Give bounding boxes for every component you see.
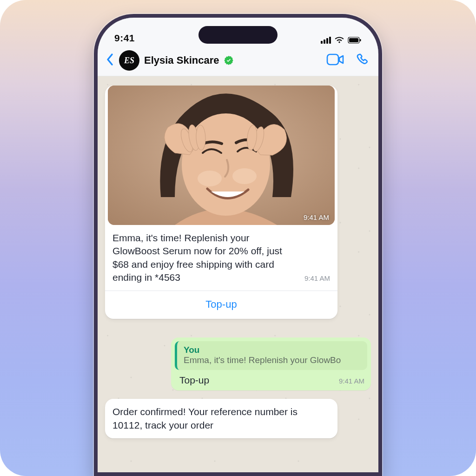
incoming-message[interactable]: Order confirmed! Your reference number i… bbox=[105, 399, 337, 438]
image-timestamp: 9:41 AM bbox=[304, 213, 329, 221]
skincare-model-illustration bbox=[108, 86, 335, 225]
video-call-button[interactable] bbox=[326, 53, 344, 67]
status-time: 9:41 bbox=[114, 33, 135, 44]
verified-badge-icon bbox=[224, 55, 234, 66]
chat-body[interactable]: 9:41 AM Emma, it's time! Replenish your … bbox=[98, 76, 378, 472]
contact-avatar[interactable]: ES bbox=[119, 50, 139, 71]
chat-header: ES Elysia Skincare bbox=[98, 45, 378, 76]
topup-button[interactable]: Top-up bbox=[105, 291, 337, 319]
svg-rect-3 bbox=[327, 54, 338, 65]
avatar-initials: ES bbox=[124, 56, 134, 65]
outgoing-timestamp: 9:41 AM bbox=[339, 377, 364, 385]
voice-call-button[interactable] bbox=[356, 53, 370, 68]
outgoing-message[interactable]: You Emma, it's time! Replenish your Glow… bbox=[171, 337, 371, 390]
svg-rect-1 bbox=[349, 38, 358, 42]
contact-name[interactable]: Elysia Skincare bbox=[144, 54, 219, 66]
app-showcase-card: 9:41 ES Elysia Skincare bbox=[0, 0, 476, 476]
svg-rect-2 bbox=[360, 39, 361, 41]
svg-point-7 bbox=[198, 171, 222, 186]
wifi-icon bbox=[335, 37, 344, 44]
quote-preview: Emma, it's time! Replenish your GlowBo bbox=[184, 355, 363, 365]
back-button[interactable] bbox=[106, 53, 114, 68]
status-icons bbox=[321, 37, 362, 44]
cellular-signal-icon bbox=[321, 37, 331, 44]
quoted-message[interactable]: You Emma, it's time! Replenish your Glow… bbox=[175, 341, 367, 370]
outgoing-body: Top-up bbox=[179, 375, 332, 386]
incoming-message-card[interactable]: 9:41 AM Emma, it's time! Replenish your … bbox=[105, 86, 337, 319]
dynamic-island bbox=[198, 26, 278, 44]
message-timestamp: 9:41 AM bbox=[304, 274, 330, 283]
phone-frame: 9:41 ES Elysia Skincare bbox=[94, 14, 382, 476]
message-body: Order confirmed! Your reference number i… bbox=[112, 406, 298, 430]
message-body: Emma, it's time! Replenish your GlowBoos… bbox=[112, 231, 298, 284]
svg-point-8 bbox=[232, 168, 257, 184]
battery-icon bbox=[348, 37, 362, 44]
quote-author: You bbox=[184, 345, 363, 355]
message-image[interactable]: 9:41 AM bbox=[108, 86, 335, 225]
